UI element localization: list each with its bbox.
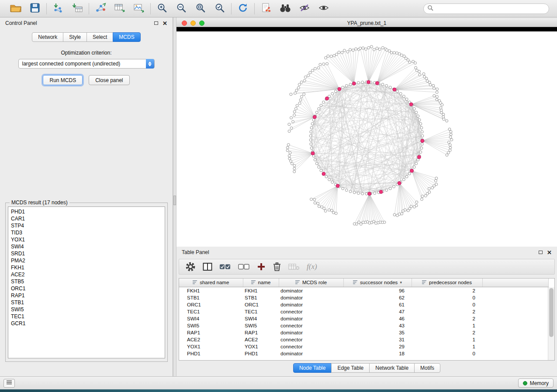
network-graph[interactable] [176, 31, 557, 247]
table-row[interactable]: TEC1TEC1connector472 [179, 308, 548, 315]
zoom-fit-button[interactable] [194, 3, 208, 15]
list-item[interactable]: SWI5 [11, 306, 165, 313]
table-row[interactable]: FKH1FKH1dominator962 [179, 287, 548, 294]
function-builder-icon[interactable]: f(x) [307, 262, 317, 271]
hide-details-button[interactable] [298, 3, 311, 15]
list-item[interactable]: SWI4 [11, 243, 165, 250]
list-item[interactable]: RAP1 [11, 292, 165, 299]
column-header-predecessor-nodes[interactable]: predecessor nodes [412, 279, 482, 287]
eye-slash-icon [299, 3, 310, 14]
scrollbar-thumb[interactable] [549, 288, 554, 337]
traffic-light-close[interactable] [182, 21, 187, 26]
refresh-button[interactable] [236, 3, 250, 15]
list-item[interactable]: YOX1 [11, 236, 165, 243]
network-window-titlebar[interactable]: YPA_prune.txt_1 [176, 19, 557, 27]
import-network-button[interactable] [51, 3, 65, 15]
open-file-button[interactable] [9, 3, 23, 15]
table-scrollbar[interactable] [548, 287, 554, 360]
traffic-light-zoom[interactable] [199, 21, 204, 26]
panel-splitter[interactable] [173, 17, 176, 376]
cell-name: FKH1 [243, 287, 279, 294]
tab-style[interactable]: Style [63, 32, 87, 42]
cell-shared-name: SWI4 [179, 315, 243, 322]
table-row[interactable]: YOX1YOX1connector291 [179, 343, 548, 350]
column-header-name[interactable]: name [243, 279, 279, 287]
list-item[interactable]: STB1 [11, 299, 165, 306]
clear-table-icon[interactable] [288, 263, 300, 271]
close-panel-icon[interactable]: ✕ [163, 21, 167, 26]
delete-column-icon[interactable] [273, 262, 281, 272]
tab-select[interactable]: Select [86, 32, 113, 42]
tab-motifs[interactable]: Motifs [414, 363, 440, 373]
list-item[interactable]: FKH1 [11, 264, 165, 271]
list-item[interactable]: GCR1 [11, 320, 165, 327]
table-row[interactable]: SWI4SWI4dominator462 [179, 315, 548, 322]
add-column-icon[interactable] [257, 262, 266, 271]
cell-mcds-role: dominator [279, 287, 343, 294]
traffic-light-minimize[interactable] [190, 21, 196, 26]
splitter-grip[interactable] [173, 196, 176, 205]
status-bar: Memory [0, 376, 557, 389]
table-row[interactable]: ORC1ORC1dominator610 [179, 301, 548, 308]
column-header-mcds-role[interactable]: MCDS role [279, 279, 343, 287]
table-row[interactable]: PHD1PHD1dominator180 [179, 350, 548, 357]
export-image-button[interactable] [132, 3, 146, 15]
network-canvas[interactable] [176, 31, 557, 247]
status-menu-button[interactable] [3, 379, 15, 388]
list-item[interactable]: PMA2 [11, 257, 165, 264]
table-row[interactable]: ACE2ACE2connector311 [179, 336, 548, 343]
zoom-in-button[interactable] [155, 3, 169, 15]
list-item[interactable]: STP4 [11, 222, 165, 229]
list-item[interactable]: TID3 [11, 229, 165, 236]
tab-mcds[interactable]: MCDS [113, 32, 140, 42]
export-table-button[interactable] [113, 3, 127, 15]
cell-mcds-role: connector [279, 336, 343, 343]
zoom-out-button[interactable] [174, 3, 188, 15]
float-panel-icon[interactable] [154, 21, 158, 25]
show-details-button[interactable] [317, 3, 331, 15]
float-panel-icon[interactable] [539, 251, 543, 254]
zoom-selected-button[interactable] [213, 3, 227, 15]
optimization-criterion-label: Optimization criterion: [0, 50, 173, 56]
list-item[interactable]: STB5 [11, 278, 165, 285]
list-item[interactable]: SRD1 [11, 250, 165, 257]
run-mcds-button[interactable]: Run MCDS [43, 75, 83, 85]
network-search-box[interactable] [423, 3, 549, 14]
select-all-icon[interactable] [219, 262, 231, 271]
cell-successor-nodes: 29 [343, 343, 412, 350]
cell-predecessor-nodes: 2 [412, 308, 482, 315]
tab-edge-table[interactable]: Edge Table [331, 363, 370, 373]
split-columns-icon[interactable] [203, 262, 212, 271]
import-table-button[interactable] [70, 3, 84, 15]
list-item[interactable]: ACE2 [11, 271, 165, 278]
mcds-result-title: MCDS result (17 nodes) [10, 199, 69, 206]
save-session-button[interactable] [28, 3, 42, 15]
memory-button[interactable]: Memory [518, 378, 554, 388]
import-network-icon [52, 3, 64, 14]
export-network-button[interactable] [93, 3, 107, 15]
column-header-shared-name[interactable]: shared name [179, 279, 243, 287]
table-row[interactable]: RAP1RAP1dominator352 [179, 329, 548, 336]
list-item[interactable]: ORC1 [11, 285, 165, 292]
deselect-all-icon[interactable] [238, 262, 250, 271]
share-document-button[interactable] [259, 3, 273, 15]
table-row[interactable]: STB1STB1dominator620 [179, 294, 548, 301]
close-panel-icon[interactable]: ✕ [547, 250, 552, 255]
list-item[interactable]: TEC1 [11, 313, 165, 320]
table-row[interactable]: SWI5SWI5connector431 [179, 322, 548, 329]
tab-network-table[interactable]: Network Table [369, 363, 415, 373]
column-header-filler [482, 279, 548, 287]
column-header-successor-nodes[interactable]: successor nodes▾ [343, 279, 412, 287]
settings-gear-icon[interactable] [185, 261, 196, 272]
list-item[interactable]: CAR1 [11, 215, 165, 222]
cell-mcds-role: connector [279, 343, 343, 350]
list-item[interactable]: PHD1 [11, 208, 165, 215]
tab-node-table[interactable]: Node Table [293, 363, 332, 373]
criterion-dropdown[interactable]: largest connected component (undirected) [18, 59, 155, 69]
search-network-button[interactable] [278, 3, 292, 15]
search-input[interactable] [436, 6, 545, 12]
tab-network[interactable]: Network [32, 32, 63, 42]
close-panel-button[interactable]: Close panel [89, 75, 129, 85]
mcds-result-list[interactable]: PHD1 CAR1 STP4 TID3 YOX1 SWI4 SRD1 PMA2 … [8, 206, 165, 358]
node-table-container[interactable]: shared name name MCDS role successor nod… [179, 278, 555, 361]
